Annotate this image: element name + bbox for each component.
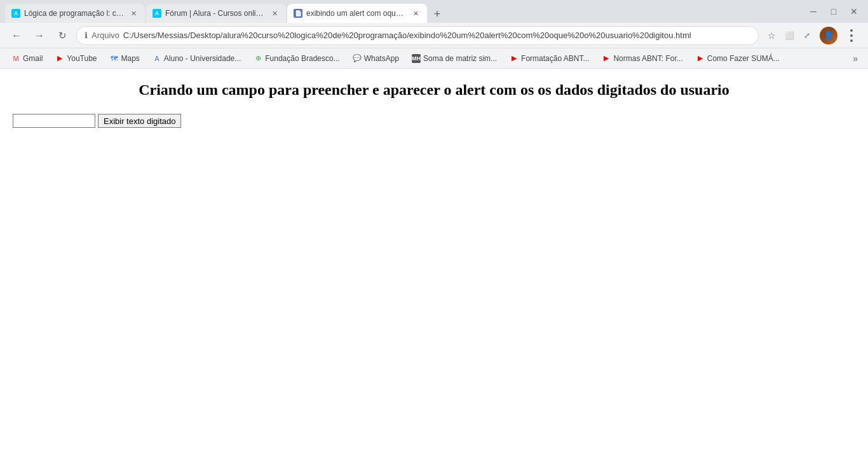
bookmark-maps[interactable]: 🗺 Maps xyxy=(105,51,145,66)
como-favicon: ▶ xyxy=(696,54,705,63)
forward-button[interactable]: → xyxy=(31,27,48,45)
tab-2-title: Fórum | Alura - Cursos online de... xyxy=(165,9,266,18)
menu-dot-2 xyxy=(850,34,853,37)
close-button[interactable]: ✕ xyxy=(845,3,863,20)
tab-3[interactable]: 📄 exibindo um alert com oque o u... ✕ xyxy=(287,4,427,23)
tab-1[interactable]: A Lógica de programação l: crie pr... ✕ xyxy=(5,4,145,23)
url-actions: ☆ ⬜ ⤢ xyxy=(764,28,815,43)
bookmark-como-label: Como Fazer SUMÁ... xyxy=(707,54,780,63)
maximize-button[interactable]: □ xyxy=(825,3,843,20)
lock-icon: ℹ xyxy=(85,31,88,40)
menu-button[interactable] xyxy=(843,27,860,45)
whatsapp-favicon: 💬 xyxy=(353,54,362,63)
tab-2[interactable]: A Fórum | Alura - Cursos online de... ✕ xyxy=(146,4,286,23)
bookmark-star-button[interactable]: ☆ xyxy=(764,28,779,43)
bookmark-aluno-label: Aluno - Universidade... xyxy=(164,54,241,63)
gmail-favicon: M xyxy=(11,54,20,63)
tab-3-title: exibindo um alert com oque o u... xyxy=(306,9,407,18)
page-content: Criando um campo para preencher e aparec… xyxy=(0,69,868,463)
zoom-button[interactable]: ⤢ xyxy=(799,28,815,43)
bookmark-fundacao[interactable]: ⊕ Fundação Bradesco... xyxy=(248,51,344,66)
page-form: Exibir texto digitado xyxy=(13,114,860,128)
window-controls: ─ □ ✕ xyxy=(804,3,863,20)
page-heading: Criando um campo para preencher e aparec… xyxy=(8,81,860,99)
bookmark-youtube-label: YouTube xyxy=(67,54,97,63)
bookmark-aluno[interactable]: A Aluno - Universidade... xyxy=(147,51,246,66)
back-button[interactable]: ← xyxy=(8,27,25,45)
tab-1-favicon: A xyxy=(11,9,20,18)
bookmark-gmail-label: Gmail xyxy=(23,54,43,63)
bookmark-youtube[interactable]: ▶ YouTube xyxy=(50,51,102,66)
menu-dot-1 xyxy=(850,29,853,32)
bookmark-soma-label: Soma de matriz sim... xyxy=(423,54,497,63)
cast-button[interactable]: ⬜ xyxy=(782,28,797,43)
bookmarks-more-button[interactable]: » xyxy=(849,51,862,66)
url-path: C:/Users/Messias/Desktop/alura%20curso%2… xyxy=(123,31,691,40)
normas-favicon: ▶ xyxy=(602,54,611,63)
bookmark-maps-label: Maps xyxy=(121,54,140,63)
soma-favicon: MH xyxy=(412,54,421,63)
profile-button[interactable]: 👤 xyxy=(820,27,837,45)
tabs-area: A Lógica de programação l: crie pr... ✕ … xyxy=(5,0,797,23)
bookmark-como[interactable]: ▶ Como Fazer SUMÁ... xyxy=(691,51,785,66)
tab-2-close[interactable]: ✕ xyxy=(269,8,280,18)
bookmark-whatsapp[interactable]: 💬 WhatsApp xyxy=(348,51,404,66)
bookmark-fundacao-label: Fundação Bradesco... xyxy=(265,54,339,63)
bookmark-soma[interactable]: MH Soma de matriz sim... xyxy=(407,51,502,66)
minimize-button[interactable]: ─ xyxy=(804,3,822,20)
formatacao-favicon: ▶ xyxy=(510,54,519,63)
menu-dot-3 xyxy=(850,39,853,42)
aluno-favicon: A xyxy=(153,54,161,63)
bookmark-gmail[interactable]: M Gmail xyxy=(6,51,48,66)
title-bar: A Lógica de programação l: crie pr... ✕ … xyxy=(0,0,868,23)
url-prefix: Arquivo xyxy=(92,31,119,40)
url-text: Arquivo C:/Users/Messias/Desktop/alura%2… xyxy=(92,31,750,40)
bookmark-normas-label: Normas ABNT: For... xyxy=(613,54,682,63)
tab-3-favicon: 📄 xyxy=(294,9,302,18)
url-box[interactable]: ℹ Arquivo C:/Users/Messias/Desktop/alura… xyxy=(76,26,759,45)
address-bar: ← → ↻ ℹ Arquivo C:/Users/Messias/Desktop… xyxy=(0,23,868,48)
new-tab-button[interactable]: + xyxy=(428,5,446,23)
bookmark-formatacao[interactable]: ▶ Formatação ABNT... xyxy=(505,51,594,66)
tab-3-close[interactable]: ✕ xyxy=(410,8,421,18)
tab-1-title: Lógica de programação l: crie pr... xyxy=(24,9,125,18)
text-input[interactable] xyxy=(13,114,95,128)
submit-button[interactable]: Exibir texto digitado xyxy=(98,114,181,128)
tab-1-close[interactable]: ✕ xyxy=(128,8,139,18)
reload-button[interactable]: ↻ xyxy=(53,27,71,45)
bookmark-normas[interactable]: ▶ Normas ABNT: For... xyxy=(597,51,688,66)
bookmark-whatsapp-label: WhatsApp xyxy=(364,54,399,63)
tab-2-favicon: A xyxy=(153,9,161,18)
bookmark-formatacao-label: Formatação ABNT... xyxy=(521,54,589,63)
youtube-favicon: ▶ xyxy=(55,54,64,63)
bookmarks-bar: M Gmail ▶ YouTube 🗺 Maps A Aluno - Unive… xyxy=(0,48,868,69)
maps-favicon: 🗺 xyxy=(110,54,119,63)
fundacao-favicon: ⊕ xyxy=(254,54,262,63)
